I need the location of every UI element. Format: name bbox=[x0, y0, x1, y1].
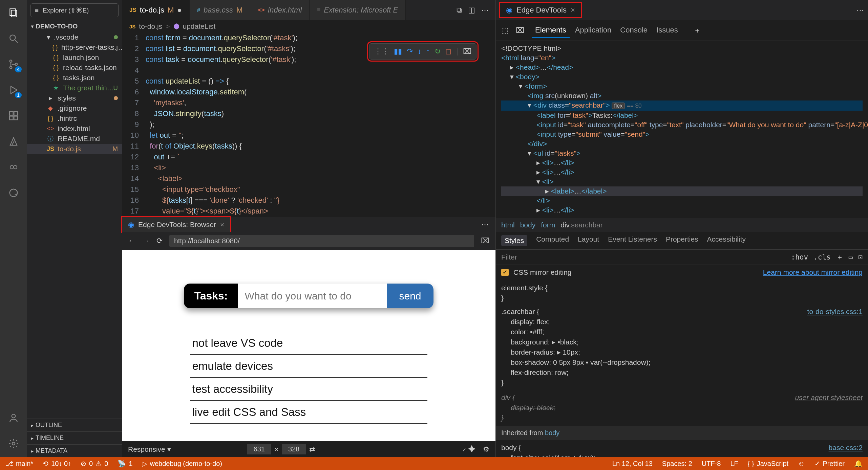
dom-node[interactable]: ▸ <li>…</li> bbox=[501, 205, 863, 215]
dom-node[interactable]: <label for="task">Tasks:</label> bbox=[501, 111, 863, 120]
height-input[interactable] bbox=[282, 444, 306, 454]
editor-tab[interactable]: #base.cssM bbox=[190, 0, 251, 20]
swap-icon[interactable]: ⇄ bbox=[309, 445, 315, 453]
inspect-icon[interactable]: ⬚ bbox=[501, 26, 508, 35]
explorer-icon[interactable] bbox=[7, 6, 20, 20]
crumb[interactable]: html bbox=[501, 221, 515, 229]
search-icon[interactable] bbox=[7, 32, 20, 45]
task-item[interactable]: test accessibility bbox=[190, 378, 427, 401]
split-icon[interactable]: ◫ bbox=[468, 6, 475, 15]
prettier[interactable]: ✓ Prettier bbox=[814, 460, 845, 468]
styles-tab[interactable]: Accessibility bbox=[707, 235, 746, 246]
inspect-icon[interactable]: ⌧ bbox=[481, 237, 489, 245]
devtools-subtab[interactable]: Application bbox=[572, 23, 615, 38]
styles-tab[interactable]: Styles bbox=[501, 235, 527, 246]
editor-tab[interactable]: JSto-do.jsM● bbox=[122, 0, 190, 20]
dom-node[interactable]: ▾ <body> bbox=[501, 72, 863, 82]
stop-icon[interactable]: ◻ bbox=[445, 47, 451, 56]
debug-icon[interactable]: 1 bbox=[7, 83, 20, 97]
breadcrumb[interactable]: JS to-do.js > ⬢ updateList bbox=[122, 20, 495, 32]
mirror-link[interactable]: Learn more about mirror editing bbox=[763, 268, 863, 276]
file-item[interactable]: { }reload-tasks.json bbox=[27, 63, 122, 73]
azure-icon[interactable] bbox=[7, 135, 20, 148]
dom-node[interactable]: <img src(unknown) alt> bbox=[501, 91, 863, 100]
mirror-checkbox[interactable]: ✓ bbox=[501, 269, 509, 276]
browser-tab[interactable]: ◉ Edge DevTools: Browser × bbox=[122, 217, 230, 232]
metadata-section[interactable]: ▸METADATA bbox=[27, 444, 122, 457]
address-bar[interactable]: http://localhost:8080/ bbox=[169, 235, 474, 247]
device-icon[interactable]: ⌧ bbox=[516, 26, 524, 35]
file-item[interactable]: ⓘREADME.md bbox=[27, 134, 122, 144]
devtools-subtab[interactable]: Console bbox=[617, 23, 651, 38]
width-input[interactable] bbox=[247, 444, 271, 454]
file-item[interactable]: JSto-do.jsM bbox=[27, 144, 122, 154]
file-item[interactable]: { }launch.json bbox=[27, 52, 122, 63]
dom-tree[interactable]: <!DOCTYPE html><html lang="en">▸ <head>…… bbox=[496, 41, 868, 218]
devtools-tab[interactable]: ◉ Edge DevTools × bbox=[500, 3, 581, 17]
dom-node[interactable]: </div> bbox=[501, 139, 863, 149]
new-rule-icon[interactable]: ＋ bbox=[836, 252, 843, 262]
computed-toggle-icon[interactable]: ▭ bbox=[849, 253, 853, 261]
screencast-icon[interactable]: ⌧ bbox=[463, 47, 471, 56]
settings-icon[interactable] bbox=[7, 437, 20, 450]
file-item[interactable]: <>index.html bbox=[27, 124, 122, 134]
branch-item[interactable]: ⎇ main* bbox=[5, 460, 33, 468]
copilot-icon[interactable] bbox=[7, 160, 20, 174]
crumb[interactable]: body bbox=[520, 221, 536, 229]
restart-icon[interactable]: ↻ bbox=[435, 47, 441, 56]
spaces[interactable]: Spaces: 2 bbox=[662, 460, 692, 468]
more-icon[interactable]: ⋯ bbox=[481, 6, 489, 15]
folder-vscode[interactable]: ▾.vscode bbox=[27, 32, 122, 42]
outline-section[interactable]: ▸OUTLINE bbox=[27, 419, 122, 431]
file-item[interactable]: ◆.gitignore bbox=[27, 103, 122, 113]
dom-crumbs[interactable]: htmlbodyformdiv.searchbar bbox=[496, 218, 868, 232]
file-item[interactable]: { }tasks.json bbox=[27, 73, 122, 83]
css-prop[interactable]: background: ▸ ▪black; bbox=[511, 337, 863, 347]
crumb[interactable]: div.searchbar bbox=[560, 221, 603, 229]
styles-body[interactable]: element.style { } to-do-styles.css:1 .se… bbox=[496, 280, 868, 457]
rule-link[interactable]: base.css:2 bbox=[829, 443, 863, 453]
css-prop[interactable]: box-shadow: 0 5px 8px ▪ var(--dropshadow… bbox=[511, 357, 863, 367]
devtools-subtab[interactable]: Elements bbox=[532, 23, 570, 38]
dom-node[interactable]: ▾ <li> bbox=[501, 177, 863, 186]
back-icon[interactable]: ← bbox=[128, 237, 135, 245]
hov-button[interactable]: :hov bbox=[791, 253, 808, 261]
ports-item[interactable]: 📡 1 bbox=[118, 460, 132, 468]
dom-node[interactable]: ▾ <div class="searchbar"> flex == $0 bbox=[501, 100, 863, 111]
step-out-icon[interactable]: ↑ bbox=[426, 47, 430, 56]
styles-tab[interactable]: Event Listeners bbox=[608, 235, 657, 246]
rendered-page[interactable]: Tasks: send not leave VS codeemulate dev… bbox=[122, 250, 495, 441]
project-section[interactable]: ▾DEMO-TO-DO bbox=[27, 21, 122, 32]
settings-icon[interactable]: ⚙ bbox=[483, 445, 489, 453]
bell-icon[interactable]: 🔔 bbox=[854, 460, 863, 468]
account-icon[interactable] bbox=[7, 411, 20, 425]
file-item[interactable]: ▸styles bbox=[27, 93, 122, 103]
editor-tab[interactable]: <>index.html bbox=[250, 0, 310, 20]
pause-icon[interactable]: ▮▮ bbox=[394, 47, 402, 56]
dom-node[interactable]: ▾ <form> bbox=[501, 82, 863, 91]
css-prop[interactable]: color: ▪#fff; bbox=[511, 327, 863, 337]
reload-icon[interactable]: ⟳ bbox=[156, 237, 163, 245]
task-item[interactable]: emulate devices bbox=[190, 355, 427, 378]
file-item[interactable]: { }.hintrc bbox=[27, 113, 122, 124]
debug-target[interactable]: ▷ webdebug (demo-to-do) bbox=[142, 460, 222, 468]
css-prop[interactable]: border-radius: ▸ 10px; bbox=[511, 347, 863, 357]
edge-icon[interactable] bbox=[7, 186, 20, 200]
file-item[interactable]: ★The great thin…U bbox=[27, 83, 122, 93]
css-prop[interactable]: flex-direction: row; bbox=[511, 367, 863, 378]
magic-icon[interactable]: ⟋✦ bbox=[461, 445, 475, 453]
dom-node[interactable]: <input id="task" autocomplete="off" type… bbox=[501, 120, 863, 130]
eol[interactable]: LF bbox=[730, 460, 738, 468]
more-icon[interactable]: ⊡ bbox=[858, 253, 863, 261]
extensions-icon[interactable] bbox=[7, 109, 20, 122]
dom-node[interactable]: ▾ <ul id="tasks"> bbox=[501, 149, 863, 158]
dom-node[interactable]: ▸ <label>…</label> bbox=[501, 186, 863, 196]
close-icon[interactable]: × bbox=[220, 221, 224, 229]
step-over-icon[interactable]: ↷ bbox=[407, 47, 413, 56]
cursor-pos[interactable]: Ln 12, Col 13 bbox=[612, 460, 653, 468]
problems-item[interactable]: ⊘ 0 ⚠ 0 bbox=[81, 460, 108, 468]
feedback-icon[interactable]: ☺ bbox=[798, 460, 805, 468]
compare-icon[interactable]: ⧉ bbox=[457, 6, 462, 15]
close-icon[interactable]: × bbox=[571, 6, 575, 15]
more-icon[interactable]: ⋯ bbox=[474, 220, 495, 229]
